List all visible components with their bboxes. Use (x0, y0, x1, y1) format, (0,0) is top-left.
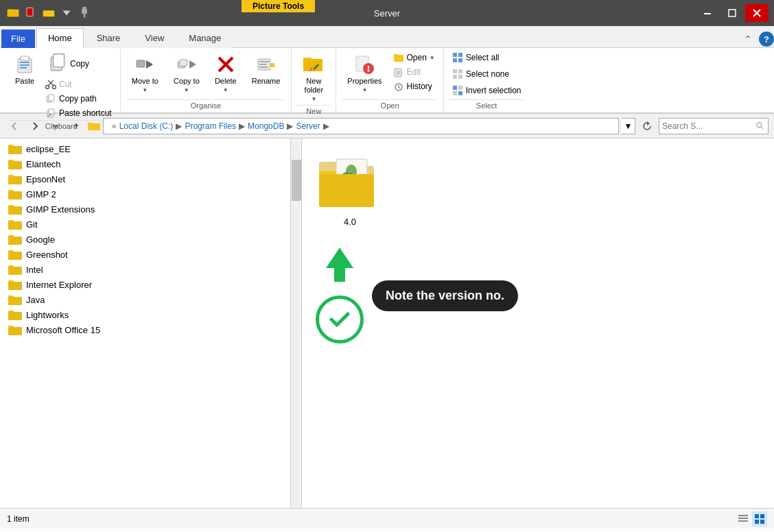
view-icons (736, 511, 767, 527)
folder-list-item[interactable]: EpsonNet (0, 171, 301, 186)
path-program-files[interactable]: Program Files (185, 121, 236, 131)
svg-rect-70 (458, 75, 462, 79)
tab-file[interactable]: File (1, 29, 35, 48)
copy-button[interactable]: Copy (43, 51, 115, 77)
forward-button[interactable] (26, 117, 44, 135)
invert-selection-button[interactable]: Invert selection (449, 84, 524, 97)
selected-folder[interactable]: 4.0 (316, 152, 384, 227)
svg-rect-63 (453, 53, 457, 57)
scrollbar-track (290, 138, 301, 508)
large-icons-view-button[interactable] (752, 511, 767, 527)
folder-list-item[interactable]: Intel (0, 262, 301, 277)
svg-rect-40 (259, 61, 269, 62)
folder-name: EpsonNet (26, 174, 65, 184)
svg-rect-10 (704, 13, 711, 14)
folder-list-item[interactable]: eclipse_EE (0, 141, 301, 156)
file-icon (23, 5, 38, 21)
organise-group: Move to ▼ Copy to ▼ Delete (121, 48, 292, 112)
path-local-disk[interactable]: Local Disk (C:) (119, 121, 174, 131)
move-to-button[interactable]: Move to ▼ (126, 51, 164, 96)
select-none-button[interactable]: Select none (449, 67, 524, 81)
search-input[interactable] (662, 121, 755, 131)
up-arrow-icon (319, 247, 360, 302)
svg-rect-130 (738, 518, 748, 519)
recent-locations-button[interactable] (47, 117, 64, 135)
copy-to-button[interactable]: Copy to ▼ (168, 51, 205, 96)
svg-rect-66 (458, 58, 462, 62)
folder-list-item[interactable]: GIMP 2 (0, 186, 301, 202)
svg-rect-31 (137, 60, 145, 67)
svg-marker-128 (326, 247, 353, 282)
svg-rect-16 (21, 56, 29, 60)
open-button[interactable]: Open ▼ (390, 51, 438, 64)
svg-rect-91 (8, 191, 22, 200)
clipboard-group: Paste Copy (3, 48, 121, 112)
svg-marker-36 (189, 60, 196, 69)
search-box[interactable] (659, 118, 769, 134)
delete-button[interactable]: Delete ▼ (209, 51, 242, 96)
svg-rect-55 (394, 54, 398, 56)
up-button[interactable] (67, 117, 85, 135)
folder-list-item[interactable]: Internet Explorer (0, 277, 301, 292)
folder-list-item[interactable]: GIMP Extensions (0, 202, 301, 217)
tab-share[interactable]: Share (85, 28, 132, 48)
content-area: 4.0 Note the version no. (302, 138, 774, 508)
svg-rect-132 (755, 514, 759, 518)
path-server[interactable]: Server (296, 121, 320, 131)
copy-path-button[interactable]: Copy path (43, 92, 115, 106)
annotation-arrow-icon (316, 247, 364, 343)
rename-button[interactable]: Rename (246, 51, 286, 88)
title-bar: Picture Tools Server (0, 0, 774, 26)
folder-icon (5, 5, 21, 21)
tab-manage[interactable]: Manage (177, 28, 233, 48)
folder-name: eclipse_EE (26, 144, 71, 154)
properties-button[interactable]: Properties ▼ (342, 51, 387, 96)
maximize-button[interactable] (720, 4, 744, 22)
address-dropdown-button[interactable]: ▼ (622, 118, 635, 134)
search-icon (755, 121, 765, 131)
folder-list-item[interactable]: Google (0, 232, 301, 247)
folder-list-item[interactable]: Microsoft Office 15 (0, 322, 301, 337)
svg-rect-42 (259, 66, 268, 68)
folder-list-item[interactable]: Git (0, 217, 301, 232)
cut-button[interactable]: Cut (43, 77, 115, 91)
folder-name: Microsoft Office 15 (26, 325, 100, 335)
path-mongodb[interactable]: MongoDB (248, 121, 284, 131)
folder-list-item[interactable]: Lightworks (0, 307, 301, 322)
svg-rect-69 (453, 75, 457, 79)
scrollbar-thumb[interactable] (292, 160, 301, 201)
svg-line-62 (399, 87, 400, 88)
paste-button[interactable]: Paste (8, 51, 41, 88)
folder-list-item[interactable]: Elantech (0, 156, 301, 171)
new-folder-button[interactable]: New folder ▼ (297, 51, 330, 105)
ribbon-tabs: File Home Share View Manage ⌃ ? (0, 26, 774, 48)
svg-rect-72 (458, 86, 462, 90)
svg-rect-134 (755, 520, 759, 524)
folder-name: Git (26, 219, 38, 230)
tab-view[interactable]: View (133, 28, 176, 48)
pin-icon (77, 5, 92, 21)
history-button[interactable]: History (390, 80, 438, 93)
minimize-button[interactable] (696, 4, 719, 22)
select-all-button[interactable]: Select all (449, 51, 524, 64)
svg-rect-85 (8, 161, 22, 169)
folder-list-item[interactable]: Greenshot (0, 247, 301, 262)
tab-home[interactable]: Home (36, 28, 84, 48)
folder-list-item[interactable]: Java (0, 292, 301, 307)
folder-name: GIMP Extensions (26, 204, 95, 215)
back-button[interactable] (5, 117, 23, 135)
refresh-button[interactable] (638, 117, 656, 135)
svg-rect-100 (8, 237, 22, 245)
svg-rect-94 (8, 206, 22, 215)
address-path[interactable]: « Local Disk (C:) ▶ Program Files ▶ Mong… (103, 118, 619, 134)
edit-button[interactable]: Edit (390, 65, 438, 79)
select-group: Select all Select none (444, 48, 530, 112)
help-button[interactable]: ? (759, 32, 774, 47)
ribbon-collapse-button[interactable]: ⌃ (740, 31, 756, 47)
svg-rect-131 (738, 520, 748, 522)
svg-rect-9 (84, 14, 86, 17)
svg-rect-7 (82, 7, 86, 9)
close-button[interactable] (745, 4, 769, 22)
details-view-button[interactable] (736, 511, 751, 527)
svg-rect-82 (8, 146, 22, 154)
